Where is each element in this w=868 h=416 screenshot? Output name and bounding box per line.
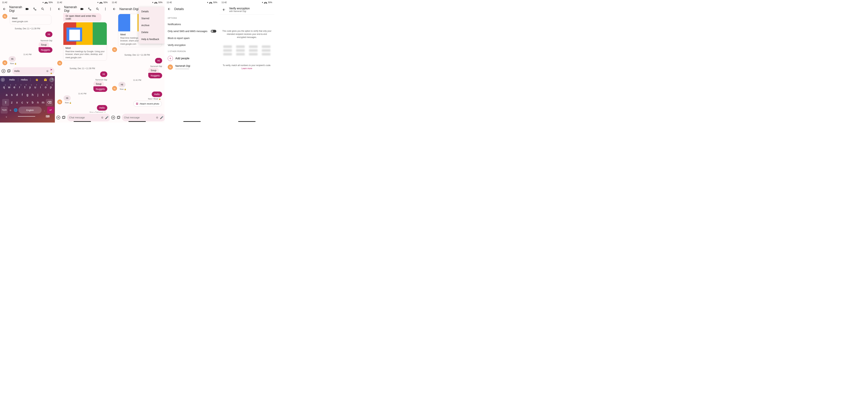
key[interactable]: i8: [38, 84, 43, 91]
avatar[interactable]: N: [112, 86, 117, 91]
key[interactable]: e3: [12, 84, 17, 91]
call-icon[interactable]: [32, 6, 38, 12]
compose-field[interactable]: ☺ 🎤: [67, 114, 110, 121]
compose-input[interactable]: [69, 116, 99, 119]
link-preview-card[interactable]: Meet meet.google.com: [10, 15, 51, 25]
call-icon[interactable]: [87, 6, 93, 12]
key[interactable]: w2: [7, 84, 12, 91]
menu-item-help[interactable]: Help & feedback: [138, 36, 164, 43]
key[interactable]: b: [30, 99, 35, 106]
compose-input[interactable]: [124, 116, 154, 119]
search-icon[interactable]: [95, 6, 100, 12]
key[interactable]: r4: [17, 84, 22, 91]
back-icon[interactable]: [221, 7, 227, 13]
attach-photo-chip[interactable]: 🖼 Attach recent photo: [133, 101, 162, 107]
add-people-row[interactable]: + Add people: [164, 54, 219, 63]
key[interactable]: s: [9, 91, 14, 98]
contact-name[interactable]: Namerah Digi: [64, 5, 77, 13]
key[interactable]: a: [4, 91, 9, 98]
message-out-reply[interactable]: Nuggets: [38, 47, 53, 53]
videocall-icon[interactable]: [79, 6, 85, 12]
avatar[interactable]: N: [2, 60, 7, 65]
overflow-icon[interactable]: [102, 6, 108, 12]
symbols-key[interactable]: ?123: [1, 107, 8, 113]
key[interactable]: p0: [49, 84, 53, 91]
key[interactable]: h: [30, 91, 35, 98]
option-notifications[interactable]: Notifications: [164, 21, 219, 28]
key[interactable]: t5: [22, 84, 27, 91]
key[interactable]: m: [41, 99, 45, 106]
nav-pill[interactable]: [128, 121, 146, 122]
backspace-key[interactable]: ⌫: [46, 99, 53, 106]
key[interactable]: f: [20, 91, 25, 98]
message-in[interactable]: Hi: [118, 82, 125, 88]
kbd-expand-icon[interactable]: ›: [1, 78, 5, 82]
menu-item-starred[interactable]: Starred: [138, 15, 164, 22]
avatar[interactable]: N: [112, 47, 117, 52]
key[interactable]: g: [25, 91, 30, 98]
search-icon[interactable]: [40, 6, 45, 12]
learn-more-link[interactable]: Learn more: [222, 67, 272, 70]
shift-key[interactable]: ⇧: [2, 99, 9, 106]
message-out[interactable]: Hi: [100, 71, 107, 77]
emoji-key[interactable]: ☺: [8, 107, 13, 113]
globe-key[interactable]: 🌐: [13, 107, 18, 113]
key[interactable]: x: [14, 99, 20, 106]
enter-key[interactable]: ↵: [47, 107, 54, 113]
nav-pill[interactable]: [238, 121, 255, 122]
option-block-spam[interactable]: Block & report spam: [164, 35, 219, 42]
key[interactable]: c: [20, 99, 25, 106]
key[interactable]: z: [9, 99, 14, 106]
back-icon[interactable]: [166, 6, 172, 12]
message-out[interactable]: Hi: [155, 58, 162, 63]
add-icon[interactable]: [56, 114, 60, 120]
suggestion[interactable]: Hellos: [20, 77, 29, 82]
gallery-icon[interactable]: [117, 114, 121, 120]
message-out[interactable]: Hello: [152, 92, 162, 97]
nav-pill[interactable]: [18, 116, 35, 117]
key[interactable]: d: [14, 91, 20, 98]
keyboard[interactable]: › Hello Hellos 👋 🤗 🎤 q1 w2 e3 r4 t5 y6 u…: [0, 76, 55, 123]
message-out[interactable]: Hello: [97, 105, 107, 111]
mic-icon[interactable]: 🎤: [49, 77, 54, 82]
nav-pill[interactable]: [183, 121, 201, 122]
key[interactable]: v: [25, 99, 30, 106]
compose-field[interactable]: ☺ 🎤: [122, 114, 164, 121]
key[interactable]: q1: [2, 84, 6, 91]
contact-name[interactable]: Namerah Digi: [9, 5, 22, 13]
chat-scroll[interactable]: Or open Meet and enter this code: Meet R…: [55, 13, 110, 112]
key[interactable]: j: [35, 91, 40, 98]
message-quoted[interactable]: Soup: [93, 81, 104, 87]
overflow-icon[interactable]: [48, 6, 54, 12]
videocall-icon[interactable]: [24, 6, 30, 12]
menu-item-delete[interactable]: Delete: [138, 29, 164, 36]
period-key[interactable]: .: [42, 107, 47, 113]
send-icon[interactable]: ➤🔒: [50, 68, 53, 74]
emoji-icon[interactable]: ☺: [156, 116, 158, 119]
add-icon[interactable]: [1, 68, 5, 74]
back-icon[interactable]: [1, 6, 7, 12]
mic-icon[interactable]: 🎤: [105, 116, 108, 119]
avatar[interactable]: N: [2, 14, 7, 19]
nav-pill[interactable]: [73, 121, 91, 122]
key[interactable]: l: [46, 91, 51, 98]
message-out-reply[interactable]: Nuggets: [148, 73, 162, 78]
message-quoted[interactable]: Soup: [38, 42, 49, 47]
menu-item-archive[interactable]: Archive: [138, 22, 164, 29]
mic-icon[interactable]: 🎤: [160, 116, 163, 119]
avatar[interactable]: N: [57, 100, 62, 104]
option-verify-encryption[interactable]: Verify encryption: [164, 42, 219, 48]
suggestion-emoji[interactable]: 👋: [32, 77, 41, 82]
kbd-switch-icon[interactable]: ⌨: [45, 115, 50, 118]
key[interactable]: o9: [43, 84, 48, 91]
emoji-icon[interactable]: ☺: [46, 70, 49, 73]
gallery-icon[interactable]: [7, 68, 11, 74]
compose-field[interactable]: ☺ ➤🔒: [12, 67, 55, 75]
nav-collapse-icon[interactable]: ⌄: [5, 115, 7, 118]
compose-input[interactable]: [14, 70, 44, 72]
message-in[interactable]: Hi: [64, 95, 71, 101]
spacebar[interactable]: English: [19, 107, 42, 113]
suggestion-emoji[interactable]: 🤗: [43, 77, 48, 82]
key[interactable]: u7: [33, 84, 38, 91]
message-out[interactable]: Hi: [45, 32, 53, 37]
